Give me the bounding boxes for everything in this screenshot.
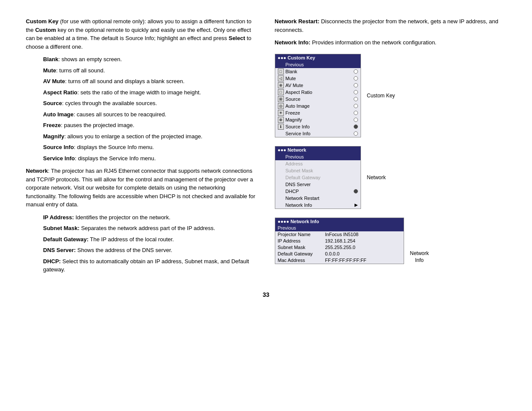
network-detail-items: IP Address: Identifies the projector on … (43, 213, 258, 274)
radio-indicator (354, 125, 358, 129)
network-menu-item: Subnet Mask (275, 167, 361, 174)
netinfo-row: Mac AddressFF:FF:FF:FF:FF:FF (275, 257, 404, 264)
menu-item-icon: ✳ (278, 110, 284, 116)
radio-indicator (354, 104, 358, 108)
item-bold: IP Address: (43, 214, 74, 221)
menu-item-label: Previous (286, 62, 304, 67)
radio-indicator (354, 111, 358, 115)
menu-item-label: Auto Image (286, 103, 310, 109)
network-item-label: DNS Server (286, 182, 311, 187)
select-label: Select (229, 35, 245, 41)
network-menu-item: Network Restart (275, 195, 361, 202)
menu-item: ⊕Magnify (275, 116, 361, 123)
netinfo-label: IP Address (278, 238, 325, 244)
netinfo-value: 255.255.255.0 (325, 245, 355, 250)
network-menu-item: Address (275, 160, 361, 167)
menu-item-icon: ◁ (278, 75, 284, 81)
menu-item-icon: □ (278, 68, 284, 75)
custom-label: Custom (35, 27, 56, 33)
network-list-item: DNS Server: Shows the address of the DNS… (43, 246, 258, 255)
netinfo-row: Projector NameInFocus IN5108 (275, 231, 404, 238)
network-restart-para: Network Restart: Disconnects the project… (275, 17, 507, 34)
menu-item: □Aspect Ratio (275, 89, 361, 96)
list-item: Source Info: displays the Source Info me… (43, 143, 258, 152)
network-info-para: Network Info: Provides information on th… (275, 38, 507, 47)
netinfo-row: IP Address192.168.1.254 (275, 238, 404, 244)
network-restart-section: Network Restart: Disconnects the project… (275, 17, 507, 47)
netinfo-menu-container: ●●●● Network Info PreviousProjector Name… (275, 218, 507, 264)
menu-item: ℹSource Info (275, 123, 361, 130)
item-bold: Service Info (43, 155, 75, 162)
network-menu-label: Network (367, 174, 386, 181)
menu-item-label: Source Info (286, 124, 310, 129)
item-text: : turns off all sound. (56, 67, 105, 74)
item-text: : allows you to enlarge a section of the… (64, 133, 202, 140)
item-bold: Aspect Ratio (43, 89, 77, 96)
menu-item-icon: ⊗ (278, 82, 284, 88)
netinfo-value: FF:FF:FF:FF:FF:FF (325, 258, 367, 263)
netinfo-value: 192.168.1.254 (325, 238, 355, 244)
netinfo-menu-title: ●●●● Network Info (275, 218, 404, 225)
list-item: Source: cycles through the available sou… (43, 99, 258, 108)
item-bold: DHCP: (43, 258, 61, 265)
network-list-item: IP Address: Identifies the projector on … (43, 213, 258, 222)
network-item-label: Network Restart (286, 196, 320, 201)
custom-key-menu-container: ●●● Custom Key Previous□Blank◁Mute⊗AV Mu… (275, 54, 507, 137)
item-bold: DNS Server: (43, 247, 76, 253)
menu-item-label: Magnify (286, 117, 302, 122)
menu-item-label: Mute (286, 76, 296, 81)
network-menu-item: DHCP (275, 188, 361, 195)
item-text: : causes all sources to be reacquired. (74, 111, 166, 118)
arrow-icon: ▶ (355, 202, 358, 207)
network-info-text: Provides information on the network conf… (311, 39, 437, 46)
menu-item-label: Freeze (286, 110, 300, 115)
list-item: Magnify: allows you to enlarge a section… (43, 132, 258, 141)
menu-item: ⊗AV Mute (275, 82, 361, 89)
page-layout: Custom Key (for use with optional remote… (26, 17, 506, 278)
netinfo-value: InFocus IN5108 (325, 232, 359, 237)
network-menu-item: DNS Server (275, 181, 361, 188)
radio-indicator (354, 76, 358, 81)
netinfo-menu-box: ●●●● Network Info PreviousProjector Name… (275, 218, 404, 264)
network-item-label: Network Info (286, 202, 312, 208)
list-item: Aspect Ratio: sets the ratio of the imag… (43, 88, 258, 97)
item-text: : pauses the projected image. (61, 122, 134, 128)
network-list-item: DHCP: Select this to automatically obtai… (43, 257, 258, 274)
netinfo-value: 0.0.0.0 (325, 251, 340, 257)
item-text: Select this to automatically obtain an I… (43, 258, 249, 273)
radio-indicator (354, 118, 358, 122)
item-text: The IP address of the local router. (88, 236, 174, 243)
netinfo-label: Subnet Mask (278, 245, 325, 250)
network-menu-item: Network Info▶ (275, 202, 361, 209)
menu-item-label: AV Mute (286, 83, 303, 88)
left-column: Custom Key (for use with optional remote… (26, 17, 258, 278)
network-bold: Network (26, 168, 48, 174)
item-bold: Default Gateway: (43, 236, 88, 243)
menu-item: ✳Freeze (275, 109, 361, 116)
custom-key-menu-items: Previous□Blank◁Mute⊗AV Mute□Aspect Ratio… (275, 61, 361, 137)
radio-indicator (354, 69, 358, 74)
item-bold: Mute (43, 67, 56, 74)
item-bold: Source Info (43, 144, 74, 150)
netinfo-menu-label: Network Info (410, 250, 429, 264)
custom-key-menu-box: ●●● Custom Key Previous□Blank◁Mute⊗AV Mu… (275, 54, 361, 137)
network-menu-item: Previous (275, 153, 361, 160)
custom-key-menu-label: Custom Key (367, 93, 395, 99)
radio-indicator (354, 83, 358, 87)
netinfo-row: Subnet Mask255.255.255.0 (275, 244, 404, 251)
item-text: : sets the ratio of the image width to i… (77, 89, 201, 96)
network-para: Network: The projector has an RJ45 Ether… (26, 167, 258, 209)
network-item-label: Previous (286, 154, 304, 159)
item-text: Separates the network address part of th… (80, 225, 215, 231)
menu-item: Previous (275, 61, 361, 68)
menu-item: ⊞Source (275, 96, 361, 103)
list-item: Auto Image: causes all sources to be rea… (43, 110, 258, 119)
netinfo-label: Mac Address (278, 258, 325, 263)
page-number: 33 (26, 291, 506, 298)
custom-key-items: Blank: shows an empty screen.Mute: turns… (43, 55, 258, 162)
item-text: : turns off all sound and displays a bla… (65, 78, 184, 84)
netinfo-label: Previous (278, 225, 325, 231)
netinfo-row: Default Gateway0.0.0.0 (275, 251, 404, 257)
network-menu-title: ●●● Network (275, 146, 361, 153)
menu-item-label: Blank (286, 69, 298, 74)
